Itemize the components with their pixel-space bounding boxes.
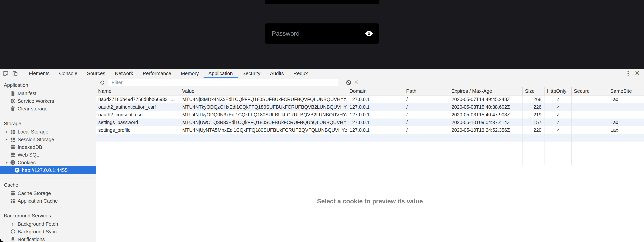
eye-icon[interactable] — [364, 30, 373, 37]
sidebar-item-background-fetch[interactable]: ↑↓Background Fetch — [0, 220, 96, 228]
tab-security[interactable]: Security — [238, 69, 265, 78]
device-toolbar-icon[interactable] — [12, 70, 18, 77]
refresh-icon[interactable] — [99, 79, 106, 86]
sidebar-item-local-storage[interactable]: ▸Local Storage — [0, 128, 96, 136]
sidebar-item-label: Notifications — [18, 236, 45, 242]
cell-value: MTU4NjUyNTA5MnxEdi1CQkFFQ180SUFBUkFCRUFB… — [180, 126, 347, 134]
tabbar-right-controls: × — [618, 69, 644, 78]
cell-http_only: ✓ — [544, 126, 571, 134]
devtools-panel: ElementsConsoleSourcesNetworkPerformance… — [0, 69, 644, 242]
cell-size: 220 — [522, 126, 544, 134]
sidebar-item-clear-storage[interactable]: Clear storage — [0, 105, 96, 112]
cell-expires: 2020-05-10T13:24:52.356Z — [449, 126, 522, 134]
cell-value: MTU4NjI3MDk4NXxEdi1CQkFFQ180SUFBUkFCRUFB… — [180, 95, 347, 103]
cookie-row[interactable]: 8a3d27185b49d7758d8bb669331…MTU4NjI3MDk4… — [96, 95, 644, 103]
cell-http_only: ✓ — [544, 118, 571, 126]
triangle-collapsed-icon[interactable]: ▸ — [4, 137, 9, 142]
sidebar-section: ApplicationManifestService WorkersClear … — [0, 79, 96, 117]
cell-expires: 2020-05-03T15:40:47.903Z — [449, 111, 522, 118]
sidebar-item-session-storage[interactable]: ▸Session Storage — [0, 136, 96, 143]
column-header-http_only[interactable]: HttpOnly — [544, 87, 571, 95]
sidebar-item-notifications[interactable]: Notifications — [0, 235, 96, 242]
tab-sources[interactable]: Sources — [82, 69, 110, 78]
sidebar-item-application-cache[interactable]: Application Cache — [0, 197, 96, 205]
triangle-expanded-icon[interactable]: ▾ — [4, 160, 9, 165]
sidebar-section-title: Storage — [0, 120, 96, 127]
column-header-name[interactable]: Name — [96, 87, 180, 95]
cookies-toolbar: × — [96, 78, 644, 87]
cell-secure — [571, 118, 608, 126]
application-sidebar: ApplicationManifestService WorkersClear … — [0, 78, 96, 242]
cell-path: / — [404, 111, 449, 118]
cell-same_site — [608, 111, 644, 118]
sidebar-item-service-workers[interactable]: Service Workers — [0, 97, 96, 105]
sidebar-item-manifest[interactable]: Manifest — [0, 89, 96, 97]
cookie-row[interactable]: settings_passwordMTU4NjUwOTQ3N3xEdi1CQkF… — [96, 118, 644, 126]
close-icon[interactable]: × — [632, 69, 644, 78]
column-header-value[interactable]: Value — [180, 87, 347, 95]
column-header-size[interactable]: Size — [522, 87, 544, 95]
tab-memory[interactable]: Memory — [176, 69, 204, 78]
database-icon — [10, 144, 16, 150]
storage-grid-icon — [10, 137, 16, 142]
tab-console[interactable]: Console — [54, 69, 82, 78]
sidebar-item-cache-storage[interactable]: Cache Storage — [0, 189, 96, 197]
tab-performance[interactable]: Performance — [138, 69, 176, 78]
cookies-table-header: NameValueDomainPathExpires / Max-AgeSize… — [96, 87, 644, 95]
sidebar-item-web-sql[interactable]: Web SQL — [0, 151, 96, 159]
sidebar-section-title: Application — [0, 81, 96, 89]
tab-audits[interactable]: Audits — [265, 69, 288, 78]
sidebar-section-title: Cache — [0, 181, 96, 189]
clear-all-icon[interactable] — [345, 79, 352, 86]
sidebar-item-label: Web SQL — [18, 152, 39, 158]
column-header-same_site[interactable]: SameSite — [608, 87, 644, 95]
cell-value: MTU4NTkyODQ0N3xEdi1CQkFFQ180SUFBUkFCRUFB… — [180, 111, 347, 118]
column-header-secure[interactable]: Secure — [571, 87, 608, 95]
trash-icon — [10, 106, 16, 111]
sidebar-item-label: Background Sync — [18, 229, 57, 235]
sidebar-section-title: Background Services — [0, 212, 96, 219]
tab-network[interactable]: Network — [110, 69, 138, 78]
sidebar-item-label: Background Fetch — [18, 221, 58, 227]
password-field[interactable] — [265, 24, 379, 44]
sidebar-item-http-127-0-0-1-4455[interactable]: http://127.0.0.1:4455 — [0, 166, 96, 174]
password-input[interactable] — [272, 30, 364, 38]
cell-secure — [571, 95, 608, 103]
cookie-row[interactable]: oauth2_consent_csrfMTU4NTkyODQ0N3xEdi1CQ… — [96, 111, 644, 118]
database-icon — [10, 152, 16, 158]
cell-size: 226 — [522, 103, 544, 111]
cookie-row[interactable]: settings_profileMTU4NjUyNTA5MnxEdi1CQkFF… — [96, 126, 644, 134]
filter-input[interactable] — [108, 79, 338, 86]
sidebar-item-label: Session Storage — [18, 137, 54, 143]
cell-path: / — [404, 103, 449, 111]
sidebar-item-label: Local Storage — [18, 129, 48, 135]
bell-icon — [10, 236, 16, 242]
cell-http_only: ✓ — [544, 111, 571, 118]
tab-elements[interactable]: Elements — [24, 69, 54, 78]
cell-name: settings_password — [96, 118, 180, 126]
cell-name: 8a3d27185b49d7758d8bb669331… — [96, 95, 180, 103]
toolbar-divider — [621, 71, 621, 76]
sidebar-item-indexeddb[interactable]: IndexedDB — [0, 143, 96, 151]
tab-application[interactable]: Application — [204, 69, 238, 78]
kebab-menu-icon[interactable] — [624, 71, 632, 76]
cookie-preview-pane: Select a cookie to preview its value — [96, 165, 644, 242]
preview-message: Select a cookie to preview its value — [96, 165, 644, 205]
sidebar-item-label: Application Cache — [18, 198, 58, 204]
delete-selected-icon[interactable]: × — [354, 78, 358, 87]
tab-redux[interactable]: Redux — [289, 69, 312, 78]
cell-expires: 2020-05-07T14:49:45.248Z — [449, 95, 522, 103]
sidebar-item-background-sync[interactable]: Background Sync — [0, 228, 96, 235]
cookie-row[interactable]: oauth2_authentication_csrfMTU4NTkyODQzOH… — [96, 103, 644, 111]
triangle-collapsed-icon[interactable]: ▸ — [4, 130, 9, 134]
column-header-expires[interactable]: Expires / Max-Age — [449, 87, 522, 95]
sidebar-item-label: http://127.0.0.1:4455 — [22, 167, 68, 173]
cookie-icon — [10, 160, 16, 165]
inspect-element-icon[interactable] — [2, 70, 9, 77]
column-header-domain[interactable]: Domain — [347, 87, 404, 95]
cell-http_only: ✓ — [544, 103, 571, 111]
sidebar-item-cookies[interactable]: ▾Cookies — [0, 159, 96, 166]
text-field-top[interactable] — [265, 0, 379, 4]
cell-expires: 2020-05-03T15:40:38.602Z — [449, 103, 522, 111]
column-header-path[interactable]: Path — [404, 87, 449, 95]
